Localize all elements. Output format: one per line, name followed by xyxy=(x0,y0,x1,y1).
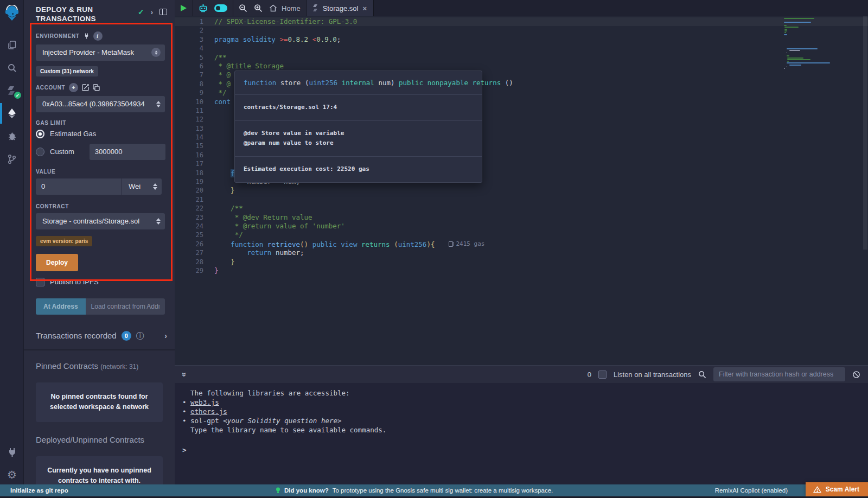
sidebar-item-deploy-and-run[interactable] xyxy=(0,102,24,125)
editor-scrollbar[interactable] xyxy=(863,16,868,381)
terminal[interactable]: The following libraries are accessible:•… xyxy=(175,383,868,468)
code-line[interactable]: 1// SPDX-License-Identifier: GPL-3.0 xyxy=(175,17,868,26)
value-label: VALUE xyxy=(36,169,165,175)
editor-minimap[interactable] xyxy=(784,18,838,70)
zoom-in-icon[interactable] xyxy=(254,4,263,12)
code-line[interactable]: 3pragma solidity >=0.8.2 <0.9.0; xyxy=(175,35,868,44)
value-input[interactable] xyxy=(36,178,122,195)
sidebar-item-search[interactable] xyxy=(0,56,24,79)
estimated-gas-label: Estimated Gas xyxy=(50,130,96,138)
terminal-line: • sol-gpt <your Solidity question here> xyxy=(182,416,868,425)
zoom-out-icon[interactable] xyxy=(239,4,247,12)
code-line[interactable]: 29} xyxy=(175,266,868,275)
scam-alert-button[interactable]: Scam Alert xyxy=(806,482,868,496)
terminal-expand-icon[interactable]: » xyxy=(180,372,189,376)
sidebar-item-solidity-compiler[interactable]: ✓ xyxy=(0,79,24,102)
tooltip-signature: function store (uint256 internal num) pu… xyxy=(235,71,482,95)
account-label: ACCOUNT + xyxy=(36,83,165,92)
copy-account-icon[interactable] xyxy=(93,84,100,91)
estimated-gas-radio[interactable] xyxy=(36,130,44,138)
terminal-pending-count: 0 xyxy=(588,371,591,379)
custom-gas-label: Custom xyxy=(50,148,74,156)
code-line[interactable]: 22 /** xyxy=(175,204,868,213)
at-address-button[interactable]: At Address xyxy=(36,298,86,315)
value-unit-select[interactable]: Wei xyxy=(122,178,162,195)
tab-storage-sol[interactable]: Storage.sol × xyxy=(307,0,374,16)
sidebar-item-file-explorer[interactable] xyxy=(0,34,24,56)
sign-message-icon[interactable] xyxy=(82,84,89,91)
listen-all-transactions-checkbox[interactable] xyxy=(598,371,607,379)
terminal-toolbar: » 0 Listen on all transactions xyxy=(175,365,868,383)
play-icon xyxy=(180,4,187,12)
transactions-expand-icon[interactable]: › xyxy=(164,331,167,340)
gas-limit-label: GAS LIMIT xyxy=(36,120,165,126)
code-line[interactable]: 27 return number; xyxy=(175,248,868,257)
library-link[interactable]: web3.js xyxy=(190,398,219,406)
code-line[interactable]: 5/** xyxy=(175,53,868,62)
add-account-icon[interactable]: + xyxy=(69,83,78,92)
deploy-run-panel: DEPLOY & RUN TRANSACTIONS ✓ › ENVIRONMEN… xyxy=(24,0,175,498)
code-line[interactable]: 21 xyxy=(175,195,868,204)
search-icon xyxy=(7,63,17,73)
contract-select[interactable]: Storage - contracts/Storage.sol xyxy=(36,213,165,229)
tab-close-icon[interactable]: × xyxy=(362,4,367,12)
sidebar-item-debugger[interactable] xyxy=(0,125,24,148)
sidebar-item-git[interactable] xyxy=(0,148,24,170)
ai-copilot-robot-icon[interactable] xyxy=(199,4,208,12)
contract-label: CONTRACT xyxy=(36,203,165,209)
library-link[interactable]: ethers.js xyxy=(190,407,227,416)
account-stepper-icon xyxy=(156,101,161,107)
status-bar: Initialize as git repo Did you know? To … xyxy=(0,484,868,496)
solidity-file-icon xyxy=(313,4,318,12)
code-editor[interactable]: 1// SPDX-License-Identifier: GPL-3.023pr… xyxy=(175,16,868,381)
git-init-status[interactable]: Initialize as git repo xyxy=(10,487,68,494)
environment-label: ENVIRONMENT i xyxy=(36,31,165,41)
terminal-prompt[interactable]: > xyxy=(182,445,868,455)
code-line[interactable]: 2 xyxy=(175,26,868,35)
custom-gas-input[interactable] xyxy=(90,144,165,160)
publish-ipfs-checkbox[interactable] xyxy=(36,278,44,286)
editor-toolbar: Home Storage.sol × xyxy=(175,0,868,16)
sidebar-item-settings[interactable]: ⚙ xyxy=(0,463,24,486)
activity-bar: ✓ xyxy=(0,0,24,498)
code-line[interactable]: 20 } xyxy=(175,186,868,195)
tab-home[interactable]: Home xyxy=(269,4,301,12)
transactions-info-icon[interactable]: ⓘ xyxy=(136,331,144,340)
code-line[interactable]: 24 * @return value of 'number' xyxy=(175,222,868,231)
environment-info-icon[interactable]: i xyxy=(93,31,103,41)
copilot-status[interactable]: RemixAI Copilot (enabled) xyxy=(715,487,788,494)
transactions-count-badge: 0 xyxy=(122,331,131,341)
run-script-segment[interactable] xyxy=(175,0,193,16)
panel-title: DEPLOY & RUN TRANSACTIONS xyxy=(36,5,117,24)
environment-select[interactable]: Injected Provider - MetaMask xyxy=(36,44,165,61)
code-line[interactable]: 23 * @dev Return value xyxy=(175,213,868,222)
plug-icon xyxy=(7,447,17,457)
code-line[interactable]: 6 * @title Storage xyxy=(175,62,868,71)
home-icon xyxy=(269,4,277,12)
network-badge: Custom (31) network xyxy=(36,66,98,76)
remix-logo xyxy=(0,0,24,26)
terminal-line: • ethers.js xyxy=(182,407,868,416)
tooltip-doc: @dev Store value in variable @param num … xyxy=(235,121,482,157)
pin-panel-icon[interactable] xyxy=(159,9,167,15)
panel-forward-icon[interactable]: › xyxy=(151,8,153,16)
transaction-filter-input[interactable] xyxy=(713,367,845,381)
code-line[interactable]: 25 */ xyxy=(175,231,868,239)
custom-gas-radio[interactable] xyxy=(36,148,44,156)
clear-console-icon[interactable] xyxy=(852,371,860,379)
account-select[interactable]: 0xA03...85ac4 (0.398673504934 xyxy=(36,96,165,112)
copilot-toggle[interactable] xyxy=(214,4,227,12)
sidebar-item-plugin-manager[interactable] xyxy=(0,440,24,463)
evm-version-badge: evm version: paris xyxy=(36,236,92,246)
at-address-input[interactable] xyxy=(86,298,165,315)
pinned-empty-message: No pinned contracts found for selected w… xyxy=(36,382,163,422)
deploy-button[interactable]: Deploy xyxy=(36,254,78,271)
listen-all-transactions-label: Listen on all transactions xyxy=(614,371,691,379)
code-line[interactable]: 26 function retrieve() public view retur… xyxy=(175,240,868,248)
git-branch-icon xyxy=(7,154,17,164)
code-line[interactable]: 28 } xyxy=(175,258,868,266)
code-line[interactable]: 4 xyxy=(175,44,868,53)
warning-triangle-icon xyxy=(813,486,821,493)
compiler-success-badge-icon: ✓ xyxy=(14,92,21,99)
terminal-line: Type the library name to see available c… xyxy=(182,425,868,435)
